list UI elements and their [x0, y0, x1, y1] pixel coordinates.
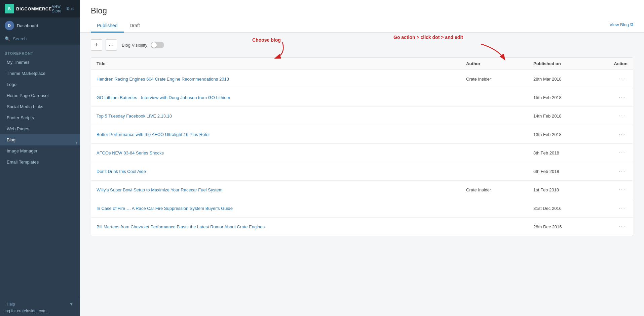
cell-date: 31st Dec 2016	[533, 206, 601, 211]
cell-date: 8th Feb 2018	[533, 150, 601, 155]
sidebar-item-my-themes[interactable]: My Themes	[0, 57, 80, 68]
external-link-icon: ⧉	[67, 6, 70, 11]
cell-date: 13th Feb 2018	[533, 132, 601, 137]
col-action: Action	[601, 61, 628, 66]
tab-published[interactable]: Published	[91, 20, 124, 33]
sidebar-item-label: Image Manager	[7, 148, 37, 153]
action-menu-button[interactable]: ···	[617, 148, 628, 157]
action-menu-button[interactable]: ···	[617, 204, 628, 213]
sidebar: B BIGCOMMERCE View Store ⧉ « D Dashboard…	[0, 0, 80, 316]
go-action-annotation: Go action > click dot > and edit	[393, 35, 463, 40]
tab-draft[interactable]: Draft	[124, 20, 146, 33]
table-row: Willy's Super Bowl Setup to Maximize You…	[91, 181, 633, 199]
toolbar: + ··· Blog Visibility	[91, 39, 633, 51]
chevron-down-icon: ▼	[69, 302, 73, 307]
table-row: Hendren Racing Engines 604 Crate Engine …	[91, 70, 633, 88]
sidebar-item-home-page-carousel[interactable]: Home Page Carousel	[0, 90, 80, 101]
sidebar-item-label: Blog	[7, 137, 15, 142]
sidebar-item-logo[interactable]: Logo	[0, 79, 80, 90]
table-row: GO Lithium Batteries - Interview with Do…	[91, 88, 633, 107]
content-area: + ··· Blog Visibility Choose blog Go act…	[80, 33, 644, 316]
blog-visibility-toggle[interactable]	[151, 42, 164, 48]
blog-table: Title Author Published on Action Hendren…	[91, 57, 633, 236]
sidebar-user: D Dashboard	[0, 17, 80, 34]
logo-area: B BIGCOMMERCE	[5, 4, 52, 13]
blog-title-link[interactable]: GO Lithium Batteries - Interview with Do…	[97, 95, 230, 100]
view-blog-link[interactable]: View Blog ⧉	[609, 22, 633, 31]
cursor-indicator: ↑	[76, 141, 78, 145]
action-menu-button[interactable]: ···	[617, 185, 628, 194]
visibility-label: Blog Visibility	[122, 43, 147, 48]
page-title: Blog	[91, 6, 633, 15]
sidebar-item-label: Logo	[7, 82, 16, 87]
blog-title-link[interactable]: Bill Martens from Chevrolet Performance …	[97, 224, 265, 229]
blog-title-link[interactable]: Better Performance with the AFCO Ultrali…	[97, 132, 210, 137]
col-title: Title	[97, 61, 466, 66]
action-menu-button[interactable]: ···	[617, 167, 628, 176]
user-name: Dashboard	[17, 23, 38, 28]
page-header: Blog Published Draft View Blog ⧉	[80, 0, 644, 33]
blog-title-link[interactable]: In Case of Fire…. A Race Car Fire Suppre…	[97, 206, 233, 211]
external-link-icon: ⧉	[630, 22, 633, 27]
action-menu-button[interactable]: ···	[617, 111, 628, 120]
logo-text: BIGCOMMERCE	[16, 6, 52, 11]
sidebar-item-label: Theme Marketplace	[7, 71, 45, 76]
table-row: Bill Martens from Chevrolet Performance …	[91, 218, 633, 236]
sidebar-item-image-manager[interactable]: Image Manager	[0, 145, 80, 156]
sidebar-item-footer-scripts[interactable]: Footer Scripts	[0, 112, 80, 123]
cell-date: 15th Feb 2018	[533, 95, 601, 100]
search-icon: 🔍	[5, 36, 10, 41]
sidebar-item-label: Email Templates	[7, 160, 39, 165]
action-menu-button[interactable]: ···	[617, 222, 628, 231]
storefront-section-label: Storefront	[0, 47, 80, 57]
action-menu-button[interactable]: ···	[617, 93, 628, 102]
help-item[interactable]: Help ▼	[5, 300, 75, 309]
table-row: In Case of Fire…. A Race Car Fire Suppre…	[91, 199, 633, 218]
page-tabs-bar: Published Draft View Blog ⧉	[91, 20, 633, 32]
collapse-button[interactable]: «	[70, 5, 75, 12]
table-header: Title Author Published on Action	[91, 58, 633, 70]
cell-author: Crate Insider	[466, 187, 533, 192]
table-row: Top 5 Tuesday Facebook LIVE 2.13.18 14th…	[91, 107, 633, 125]
cell-date: 14th Feb 2018	[533, 114, 601, 119]
cell-date: 28th Dec 2016	[533, 224, 601, 229]
cell-author: Crate Insider	[466, 77, 533, 82]
sidebar-item-web-pages[interactable]: Web Pages	[0, 123, 80, 134]
sidebar-footer: Help ▼ ing for crateinsider.com...	[0, 297, 80, 316]
table-row: AFCOs NEW 83-84 Series Shocks 8th Feb 20…	[91, 144, 633, 162]
add-button[interactable]: +	[91, 39, 102, 51]
more-options-button[interactable]: ···	[106, 39, 117, 51]
main-content: Blog Published Draft View Blog ⧉ + ··· B…	[80, 0, 644, 316]
cell-date: 1st Feb 2018	[533, 187, 601, 192]
sidebar-item-label: Social Media Links	[7, 104, 43, 109]
choose-blog-arrow	[269, 41, 296, 61]
logo-icon: B	[5, 4, 14, 13]
blog-title-link[interactable]: Top 5 Tuesday Facebook LIVE 2.13.18	[97, 114, 172, 119]
sidebar-item-label: Footer Scripts	[7, 115, 34, 120]
table-row: Better Performance with the AFCO Ultrali…	[91, 125, 633, 144]
sidebar-item-blog[interactable]: Blog ↑	[0, 134, 80, 145]
action-menu-button[interactable]: ···	[617, 75, 628, 83]
footer-status-text: ing for crateinsider.com...	[5, 309, 75, 313]
sidebar-item-social-media-links[interactable]: Social Media Links	[0, 101, 80, 112]
col-published-on: Published on	[533, 61, 601, 66]
sidebar-item-email-templates[interactable]: Email Templates	[0, 156, 80, 168]
sidebar-header: B BIGCOMMERCE View Store ⧉ «	[0, 0, 80, 17]
blog-title-link[interactable]: AFCOs NEW 83-84 Series Shocks	[97, 150, 164, 155]
sidebar-search-area: 🔍	[0, 34, 80, 45]
table-row: Don't Drink this Cool Aide 6th Feb 2018 …	[91, 162, 633, 181]
action-menu-button[interactable]: ···	[617, 130, 628, 139]
blog-title-link[interactable]: Willy's Super Bowl Setup to Maximize You…	[97, 187, 223, 192]
view-store-link[interactable]: View Store ⧉	[52, 4, 70, 13]
blog-title-link[interactable]: Hendren Racing Engines 604 Crate Engine …	[97, 77, 229, 82]
cell-date: 28th Mar 2018	[533, 77, 601, 82]
search-input[interactable]	[13, 36, 75, 41]
toggle-knob	[151, 42, 157, 48]
go-action-arrow	[471, 42, 511, 62]
sidebar-item-label: Home Page Carousel	[7, 93, 48, 98]
sidebar-item-theme-marketplace[interactable]: Theme Marketplace	[0, 68, 80, 79]
sidebar-item-label: Web Pages	[7, 126, 29, 131]
tabs-container: Published Draft	[91, 20, 146, 32]
cell-date: 6th Feb 2018	[533, 169, 601, 174]
blog-title-link[interactable]: Don't Drink this Cool Aide	[97, 169, 146, 174]
